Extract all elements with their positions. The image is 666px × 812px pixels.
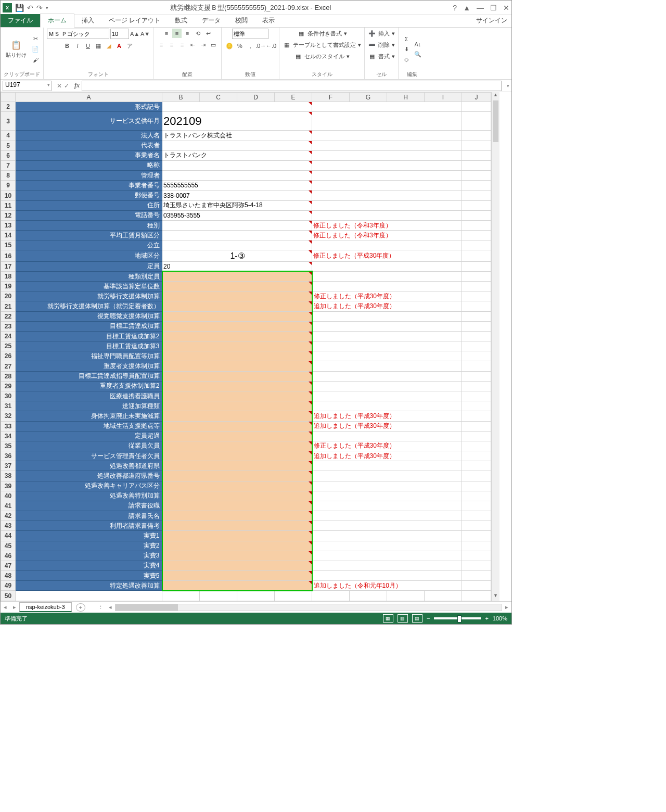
cell[interactable] xyxy=(462,501,491,511)
cell[interactable] xyxy=(387,591,425,601)
row-note[interactable] xyxy=(312,102,462,112)
phonetic-button[interactable]: ア xyxy=(125,41,134,50)
cell[interactable] xyxy=(462,371,491,381)
zoom-slider[interactable] xyxy=(434,617,481,619)
row-header[interactable]: 22 xyxy=(1,311,16,321)
row-header[interactable]: 4 xyxy=(1,131,16,141)
row-note[interactable] xyxy=(312,331,462,341)
row-value[interactable] xyxy=(162,501,312,511)
cell[interactable] xyxy=(462,581,491,591)
zoom-out-icon[interactable]: − xyxy=(427,615,430,621)
row-header[interactable]: 50 xyxy=(1,591,16,601)
decrease-indent-icon[interactable]: ⇤ xyxy=(188,40,197,49)
close-icon[interactable]: ✕ xyxy=(503,4,509,12)
cell[interactable] xyxy=(462,531,491,541)
align-top-icon[interactable]: ≡ xyxy=(162,29,171,38)
wrap-text-icon[interactable]: ↩ xyxy=(203,29,213,38)
format-painter-icon[interactable]: 🖌 xyxy=(31,55,40,65)
row-header[interactable]: 13 xyxy=(1,220,16,230)
row-header[interactable]: 39 xyxy=(1,481,16,491)
row-value[interactable]: 1-③ xyxy=(162,250,312,261)
row-header[interactable]: 5 xyxy=(1,141,16,150)
row-value[interactable]: 埼玉県さいたま市中央区阿弥5-4-18 xyxy=(162,200,312,210)
row-label[interactable]: 事業者名 xyxy=(16,150,162,160)
cell[interactable] xyxy=(200,591,237,601)
row-note[interactable] xyxy=(312,471,462,481)
row-header[interactable]: 47 xyxy=(1,561,16,570)
cell[interactable] xyxy=(462,551,491,561)
cell[interactable] xyxy=(462,311,491,321)
font-size-select[interactable] xyxy=(110,29,129,39)
row-note[interactable] xyxy=(312,191,462,200)
row-note[interactable] xyxy=(312,351,462,361)
row-label[interactable]: 処遇改善都道府県 xyxy=(16,461,162,471)
row-label[interactable]: 平均工賃月額区分 xyxy=(16,231,162,240)
row-value[interactable]: トラストバンク株式会社 xyxy=(162,131,312,141)
row-header[interactable]: 38 xyxy=(1,471,16,481)
cell[interactable] xyxy=(462,471,491,481)
row-note[interactable] xyxy=(312,240,462,250)
row-value[interactable] xyxy=(162,491,312,501)
row-header[interactable]: 18 xyxy=(1,271,16,281)
cell[interactable] xyxy=(462,361,491,371)
tab-review[interactable]: 校閲 xyxy=(228,14,255,27)
normal-view-icon[interactable]: ▦ xyxy=(383,614,393,623)
row-label[interactable]: 事業者番号 xyxy=(16,181,162,191)
page-break-view-icon[interactable]: ▤ xyxy=(412,614,422,623)
row-value[interactable]: 035955-3555 xyxy=(162,210,312,220)
insert-cells-button[interactable]: ➕挿入 ▾ xyxy=(368,29,395,38)
font-name-select[interactable] xyxy=(47,29,109,39)
row-header[interactable]: 23 xyxy=(1,321,16,331)
row-note[interactable] xyxy=(312,481,462,491)
select-all-cell[interactable] xyxy=(1,93,16,102)
row-label[interactable]: 利用者請求書備考 xyxy=(16,521,162,531)
row-label[interactable]: 公立 xyxy=(16,240,162,250)
number-format-select[interactable] xyxy=(232,29,268,39)
cell[interactable] xyxy=(462,521,491,531)
clear-icon[interactable]: ◇ xyxy=(402,55,411,65)
save-icon[interactable]: 💾 xyxy=(15,4,24,12)
cell[interactable] xyxy=(462,321,491,331)
fill-color-button[interactable]: ◢ xyxy=(104,41,113,50)
row-label[interactable]: 定員 xyxy=(16,261,162,271)
row-header[interactable]: 26 xyxy=(1,351,16,361)
row-value[interactable] xyxy=(162,321,312,331)
col-header-D[interactable]: D xyxy=(237,93,275,102)
cell[interactable] xyxy=(462,561,491,570)
row-value[interactable]: トラストバンク xyxy=(162,150,312,160)
cell[interactable] xyxy=(462,200,491,210)
row-header[interactable]: 37 xyxy=(1,461,16,471)
row-label[interactable]: 送迎加算種類 xyxy=(16,401,162,411)
row-header[interactable]: 44 xyxy=(1,531,16,541)
cell[interactable] xyxy=(462,220,491,230)
row-label[interactable]: 実費5 xyxy=(16,571,162,581)
row-note[interactable] xyxy=(312,521,462,531)
cell[interactable] xyxy=(462,291,491,301)
row-header[interactable]: 19 xyxy=(1,282,16,291)
cell[interactable] xyxy=(462,160,491,170)
cell[interactable] xyxy=(462,112,491,131)
row-label[interactable]: 形式記号 xyxy=(16,102,162,112)
row-note[interactable] xyxy=(312,391,462,401)
row-header[interactable]: 32 xyxy=(1,411,16,421)
row-label[interactable]: 定員超過 xyxy=(16,431,162,441)
row-value[interactable] xyxy=(162,581,312,591)
row-note[interactable] xyxy=(312,210,462,220)
row-value[interactable] xyxy=(162,571,312,581)
row-label[interactable]: 処遇改善都道府県番号 xyxy=(16,471,162,481)
cell[interactable] xyxy=(16,591,162,601)
row-note[interactable] xyxy=(312,431,462,441)
conditional-format-button[interactable]: ▦条件付き書式 ▾ xyxy=(297,29,347,38)
row-header[interactable]: 29 xyxy=(1,381,16,391)
tab-file[interactable]: ファイル xyxy=(1,14,40,27)
row-value[interactable] xyxy=(162,271,312,281)
row-value[interactable]: 5555555555 xyxy=(162,181,312,191)
row-header[interactable]: 48 xyxy=(1,571,16,581)
row-value[interactable] xyxy=(162,521,312,531)
paste-button[interactable]: 📋 貼り付け xyxy=(4,39,29,60)
row-label[interactable]: 就労移行支援体制加算（就労定着者数） xyxy=(16,301,162,311)
col-header-I[interactable]: I xyxy=(425,93,462,102)
row-label[interactable]: 実費3 xyxy=(16,551,162,561)
row-value[interactable] xyxy=(162,461,312,471)
row-label[interactable]: 略称 xyxy=(16,160,162,170)
